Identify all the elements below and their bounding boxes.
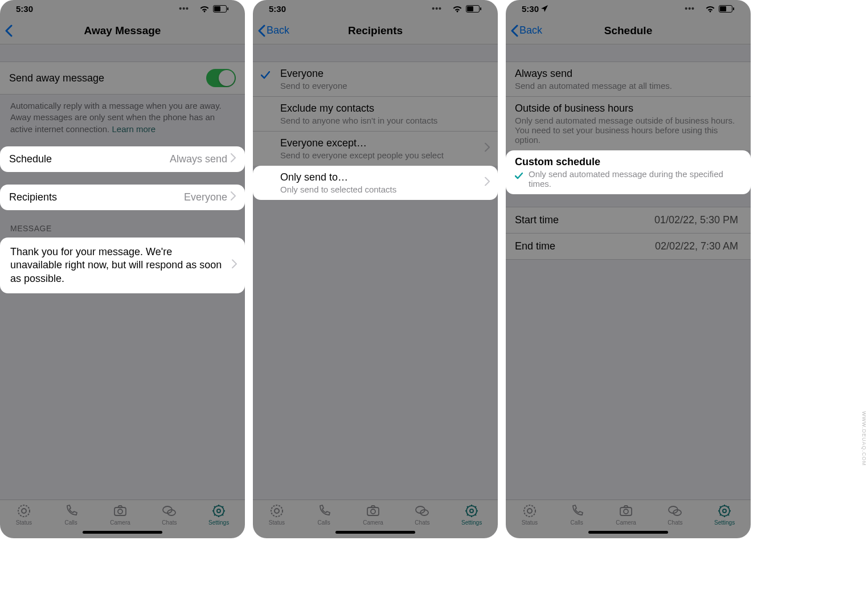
back-button[interactable]: Back [506, 24, 542, 37]
chevron-right-icon [232, 259, 237, 272]
recipients-label: Recipients [9, 191, 57, 203]
option-always-send[interactable]: Always send Send an automated message at… [506, 62, 751, 96]
svg-point-28 [624, 509, 628, 514]
more-dots-icon: ••• [685, 4, 695, 13]
content-area: Send away message Automatically reply wi… [0, 44, 245, 500]
phone-away-message: 5:30 ••• Away Message Send away message … [0, 0, 245, 538]
option-everyone-except[interactable]: Everyone except… Send to everyone except… [253, 131, 498, 166]
option-title: Exclude my contacts [280, 103, 489, 114]
tab-calls[interactable]: Calls [570, 504, 584, 526]
schedule-row[interactable]: Schedule Always send [0, 146, 245, 172]
tab-chats[interactable]: Chats [162, 504, 177, 526]
option-sub: Only send to selected contacts [280, 185, 489, 194]
chevron-right-icon [231, 191, 236, 203]
tab-settings[interactable]: Settings [461, 504, 482, 526]
tab-settings[interactable]: Settings [714, 504, 735, 526]
home-indicator [335, 531, 415, 534]
chevron-left-icon [5, 24, 13, 37]
option-title: Everyone [280, 68, 489, 80]
option-title: Outside of business hours [515, 103, 742, 114]
option-everyone[interactable]: Everyone Send to everyone [253, 62, 498, 96]
option-outside-hours[interactable]: Outside of business hours Only send auto… [506, 96, 751, 150]
status-icon [269, 504, 284, 518]
more-dots-icon: ••• [179, 4, 189, 13]
battery-icon [466, 5, 482, 13]
schedule-value: Always send [170, 153, 227, 165]
send-away-toggle-row[interactable]: Send away message [0, 62, 245, 95]
tab-calls[interactable]: Calls [64, 504, 79, 526]
start-time-value: 01/02/22, 5:30 PM [654, 214, 738, 226]
svg-point-26 [527, 509, 532, 513]
start-time-label: Start time [515, 214, 559, 226]
svg-point-15 [275, 509, 279, 513]
svg-rect-1 [214, 6, 220, 11]
option-title: Custom schedule [515, 156, 742, 168]
phone-recipients: 5:30 ••• Back Recipients Everyone S [253, 0, 498, 538]
svg-rect-24 [733, 7, 734, 10]
tab-camera[interactable]: Camera [616, 504, 636, 526]
end-time-value: 02/02/22, 7:30 AM [655, 240, 738, 252]
tab-camera[interactable]: Camera [110, 504, 130, 526]
svg-rect-5 [114, 507, 126, 515]
recipients-row[interactable]: Recipients Everyone [0, 185, 245, 210]
tab-camera[interactable]: Camera [363, 504, 383, 526]
chevron-right-icon [485, 177, 490, 189]
tab-calls[interactable]: Calls [317, 504, 331, 526]
schedule-label: Schedule [9, 153, 52, 165]
nav-title: Schedule [506, 24, 751, 37]
content-area: Everyone Send to everyone Exclude my con… [253, 44, 498, 500]
status-time: 5:30 [522, 4, 539, 14]
back-button[interactable] [0, 24, 14, 37]
back-button[interactable]: Back [253, 24, 289, 37]
option-title: Only send to… [280, 171, 489, 183]
home-indicator [588, 531, 668, 534]
gear-icon [211, 504, 226, 518]
nav-bar: Away Message [0, 17, 245, 44]
svg-point-32 [723, 509, 726, 513]
camera-icon [113, 504, 128, 518]
option-exclude-contacts[interactable]: Exclude my contacts Send to anyone who i… [253, 96, 498, 131]
option-only-send-to[interactable]: Only send to… Only send to selected cont… [253, 166, 498, 200]
nav-title: Recipients [253, 24, 498, 37]
message-row[interactable]: Thank you for your message. We're unavai… [0, 238, 245, 293]
tab-chats[interactable]: Chats [415, 504, 429, 526]
option-sub: Send an automated message at all times. [515, 81, 742, 91]
svg-rect-12 [467, 6, 473, 11]
chevron-left-icon [257, 24, 265, 37]
toggle-label: Send away message [9, 72, 104, 84]
svg-point-4 [22, 509, 26, 513]
status-icon [522, 504, 537, 518]
svg-point-6 [118, 509, 122, 514]
tab-status[interactable]: Status [16, 504, 32, 526]
recipients-options: Everyone Send to everyone Exclude my con… [253, 62, 498, 200]
svg-point-3 [18, 505, 30, 517]
learn-more-link[interactable]: Learn more [112, 124, 155, 134]
svg-rect-23 [720, 6, 726, 11]
camera-icon [619, 504, 633, 518]
tab-status[interactable]: Status [269, 504, 285, 526]
end-time-row[interactable]: End time 02/02/22, 7:30 AM [506, 233, 751, 260]
option-custom-schedule[interactable]: Custom schedule Only send automated mess… [506, 150, 751, 194]
schedule-options: Always send Send an automated message at… [506, 62, 751, 194]
home-indicator [83, 531, 162, 534]
watermark: WWW.DEUAQ.COM [861, 411, 867, 466]
tab-chats[interactable]: Chats [668, 504, 682, 526]
svg-rect-2 [227, 7, 228, 10]
svg-point-10 [217, 509, 220, 513]
chats-icon [415, 504, 429, 518]
more-dots-icon: ••• [432, 4, 442, 13]
tab-status[interactable]: Status [522, 504, 538, 526]
phone-icon [64, 504, 79, 518]
option-sub: Send to anyone who isn't in your contact… [280, 116, 489, 125]
toggle-switch[interactable] [206, 69, 236, 87]
svg-rect-16 [367, 507, 379, 515]
battery-icon [719, 5, 735, 13]
gear-icon [464, 504, 479, 518]
status-bar: 5:30 ••• [253, 0, 498, 17]
svg-rect-13 [480, 7, 481, 10]
tab-settings[interactable]: Settings [208, 504, 229, 526]
back-label: Back [519, 24, 542, 36]
status-icon [17, 504, 31, 518]
chevron-left-icon [510, 24, 518, 37]
start-time-row[interactable]: Start time 01/02/22, 5:30 PM [506, 207, 751, 233]
